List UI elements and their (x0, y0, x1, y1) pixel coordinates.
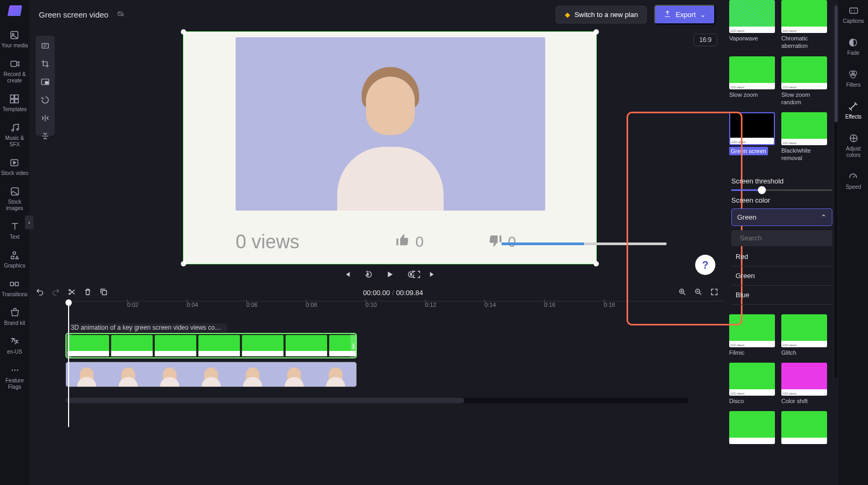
nav-language[interactable]: en-US (7, 336, 22, 355)
fx-color-shift[interactable]: 123 views Color shift (781, 363, 827, 405)
nav-stock-images[interactable]: Stock images (0, 186, 29, 212)
nav-label: Speed (846, 184, 861, 190)
fx-extra-1[interactable] (729, 411, 775, 444)
color-option-red[interactable]: Red (731, 247, 832, 266)
preview-canvas[interactable]: 0 views 0 0 (183, 31, 597, 264)
nav-record-create[interactable]: Record & create (0, 58, 29, 84)
tick: 0:18 (604, 302, 615, 308)
rotate-icon[interactable] (39, 95, 51, 105)
svg-point-33 (851, 73, 855, 78)
fit-timeline-button[interactable] (710, 288, 719, 298)
flip-v-icon[interactable] (39, 131, 51, 141)
fx-disco[interactable]: 123 views Disco (729, 363, 775, 405)
expand-sidebar-button[interactable]: › (25, 215, 34, 229)
dropdown-search[interactable] (731, 230, 832, 246)
duplicate-button[interactable] (99, 288, 108, 298)
nav-effects[interactable]: Effects (845, 101, 861, 120)
screen-color-dropdown[interactable]: Green ⌃ (731, 208, 832, 226)
fx-green-screen[interactable]: 123 views Green screen (729, 112, 775, 162)
export-button[interactable]: Export ⌄ (654, 5, 715, 24)
color-option-blue[interactable]: Blue (731, 286, 832, 305)
play-button[interactable] (385, 270, 395, 279)
aspect-ratio-badge[interactable]: 16:9 (694, 34, 717, 46)
nav-label: Filters (846, 82, 861, 88)
fade-icon (848, 37, 858, 48)
dislike-count: 0 (508, 233, 516, 250)
video-clip[interactable] (65, 362, 357, 387)
nav-templates[interactable]: Templates (3, 94, 27, 113)
adjust-icon (848, 133, 859, 144)
fx-chromatic-aberration[interactable]: 123 views Chromatic aberration (781, 0, 827, 50)
search-input[interactable] (740, 234, 829, 242)
nav-feature-flags[interactable]: Feature Flags (0, 365, 29, 390)
color-option-green[interactable]: Green (731, 266, 832, 286)
fx-bw-removal[interactable]: 123 views Black/white removal (781, 112, 827, 162)
clip-trim-right[interactable]: ‖ (350, 334, 356, 357)
svg-rect-3 (11, 95, 14, 99)
diamond-icon: ◆ (565, 11, 570, 19)
panel-scrollbar[interactable] (834, 5, 838, 378)
nav-fade[interactable]: Fade (847, 37, 859, 56)
playhead[interactable] (65, 299, 72, 306)
project-title[interactable]: Green screen video (39, 10, 108, 19)
fx-slow-zoom-random[interactable]: 123 views Slow zoom random (781, 56, 827, 106)
nav-graphics[interactable]: Graphics (4, 250, 25, 269)
cloud-sync-off-icon[interactable] (116, 10, 126, 20)
nav-filters[interactable]: Filters (846, 69, 861, 88)
svg-point-15 (11, 370, 13, 371)
split-button[interactable] (68, 288, 76, 298)
nav-your-media[interactable]: Your media (1, 30, 28, 49)
nav-stock-video[interactable]: Stock video (1, 157, 29, 177)
fx-thumbnail: 123 views (729, 314, 775, 347)
undo-button[interactable] (36, 288, 44, 298)
nav-transitions[interactable]: Transitions (2, 279, 28, 298)
tick: 0:14 (485, 302, 496, 308)
fx-label: Vaporwave (729, 35, 775, 42)
prev-frame-button[interactable] (343, 270, 352, 279)
fx-label: Black/white removal (781, 147, 827, 162)
nav-speed[interactable]: Speed (846, 171, 861, 190)
timecode-display: 00:00.00/00:09.84 (363, 289, 423, 297)
threshold-slider[interactable] (731, 189, 832, 191)
nav-brand-kit[interactable]: Brand kit (4, 307, 25, 327)
zoom-in-button[interactable] (678, 288, 687, 298)
nav-text[interactable]: Text (10, 221, 20, 240)
timeline-ruler[interactable]: 0 0:02 0:04 0:06 0:08 0:10 0:12 0:14 0:1… (65, 301, 725, 313)
right-sidebar: Captions Fade Filters Effects Adjust col… (839, 0, 868, 485)
fullscreen-button[interactable] (412, 270, 421, 279)
crop-icon[interactable] (39, 59, 51, 69)
fx-thumbnail (781, 411, 827, 444)
nav-adjust-colors[interactable]: Adjust colors (839, 133, 868, 158)
fx-label: Slow zoom random (781, 91, 827, 106)
fit-icon[interactable] (39, 41, 51, 51)
pip-icon[interactable] (39, 77, 51, 87)
nav-label: Graphics (4, 263, 25, 269)
fx-thumbnail (729, 411, 775, 444)
help-button[interactable]: ? (695, 255, 715, 275)
fx-filmic[interactable]: 123 views Filmic (729, 314, 775, 356)
flip-h-icon[interactable] (39, 113, 51, 123)
fx-slow-zoom[interactable]: 123 views Slow zoom (729, 56, 775, 106)
nav-captions[interactable]: Captions (843, 5, 864, 24)
templates-icon (9, 94, 20, 104)
top-bar: Green screen video ◆ Switch to a new pla… (29, 0, 725, 29)
timeline-scrollbar[interactable] (65, 398, 689, 403)
rewind-button[interactable]: 5 (364, 270, 373, 279)
fx-vaporwave[interactable]: 123 views Vaporwave (729, 0, 775, 50)
effects-icon (848, 101, 858, 112)
views-count-text: 0 views (236, 231, 299, 253)
svg-rect-4 (15, 95, 19, 99)
switch-plan-button[interactable]: ◆ Switch to a new plan (556, 6, 647, 23)
nav-music-sfx[interactable]: Music & SFX (0, 122, 29, 148)
fx-label: Filmic (729, 349, 775, 356)
redo-button[interactable] (52, 288, 60, 298)
zoom-out-button[interactable] (694, 288, 703, 298)
next-frame-button[interactable] (428, 270, 437, 279)
fx-extra-2[interactable] (781, 411, 827, 444)
fx-glitch[interactable]: 123 views Glitch (781, 314, 827, 356)
nav-label: Stock video (1, 170, 29, 177)
tick: 0:16 (544, 302, 555, 308)
green-screen-clip[interactable]: ‖ ‖ (65, 333, 357, 358)
fx-label: Color shift (781, 397, 827, 405)
delete-button[interactable] (84, 288, 92, 298)
